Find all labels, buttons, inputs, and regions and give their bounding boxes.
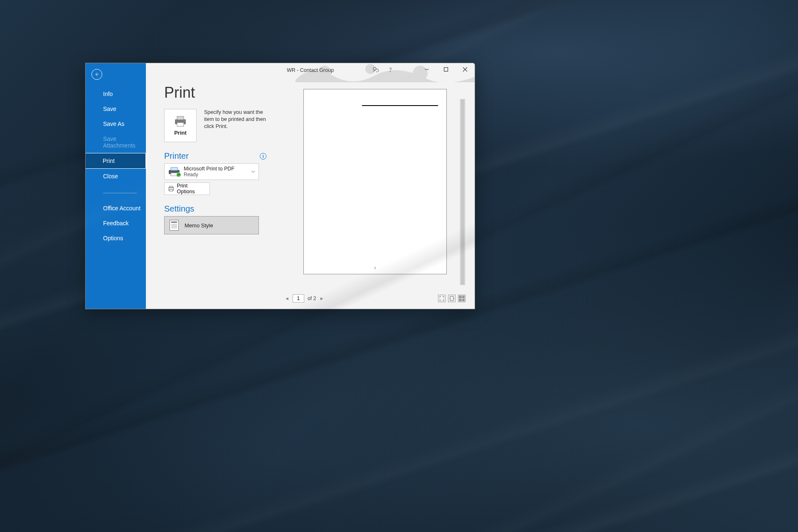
printer-info-icon[interactable]: i: [260, 153, 266, 160]
print-preview-pane: 1 ◄ of 2 ►: [271, 77, 475, 309]
page-heading: Print: [164, 84, 266, 101]
svg-rect-16: [450, 296, 453, 300]
print-options-button[interactable]: Print Options: [164, 182, 210, 195]
sidebar-item-feedback[interactable]: Feedback: [86, 216, 146, 231]
preview-pager: ◄ of 2 ►: [283, 293, 467, 304]
sidebar-item-save[interactable]: Save: [86, 101, 146, 116]
settings-section-heading: Settings: [164, 204, 194, 214]
main-area: WR - Contact Group: [146, 63, 475, 309]
svg-rect-7: [177, 116, 184, 120]
next-page-button[interactable]: ►: [320, 296, 324, 301]
help-icon[interactable]: [386, 65, 395, 74]
print-button-label: Print: [174, 130, 187, 136]
sidebar-item-close[interactable]: Close: [86, 169, 146, 184]
sidebar-item-info[interactable]: Info: [86, 86, 146, 101]
svg-rect-8: [177, 123, 184, 126]
maximize-button[interactable]: [436, 63, 456, 76]
preview-page-footer: 1: [304, 266, 446, 270]
print-settings-pane: Print Print Specify how you want the i: [146, 77, 271, 309]
svg-point-9: [184, 120, 185, 121]
page-count-label: of 2: [308, 296, 316, 301]
svg-rect-11: [171, 167, 177, 170]
zoom-page-button[interactable]: [448, 295, 456, 302]
minimize-button[interactable]: [417, 63, 436, 76]
backstage-sidebar: Info Save Save As Save Attachments Print…: [86, 63, 146, 309]
print-style-label: Memo Style: [185, 222, 213, 229]
memo-style-icon: [170, 220, 179, 231]
preview-header-rule: [362, 105, 438, 106]
prev-page-button[interactable]: ◄: [285, 296, 289, 301]
print-style-dropdown[interactable]: Memo Style: [164, 216, 259, 234]
printer-device-icon: [168, 167, 180, 177]
printer-dropdown[interactable]: Microsoft Print to PDF Ready: [164, 163, 259, 180]
svg-rect-5: [444, 68, 448, 71]
coming-soon-icon[interactable]: [371, 65, 380, 74]
printer-ready-badge-icon: [176, 172, 181, 177]
svg-rect-15: [170, 190, 173, 191]
sidebar-item-save-as[interactable]: Save As: [86, 116, 146, 131]
preview-page: 1: [303, 89, 447, 274]
sidebar-item-save-attachments: Save Attachments: [86, 131, 146, 153]
current-page-input[interactable]: [293, 294, 304, 303]
sidebar-item-options[interactable]: Options: [86, 231, 146, 246]
printer-section-heading: Printer: [164, 151, 189, 161]
printer-status: Ready: [184, 172, 234, 177]
print-description: Specify how you want the item to be prin…: [204, 109, 266, 130]
print-options-label: Print Options: [177, 183, 206, 195]
svg-point-3: [373, 67, 376, 70]
arrow-left-icon: [94, 71, 100, 77]
sidebar-item-print[interactable]: Print: [86, 153, 146, 169]
print-options-icon: [168, 185, 175, 192]
chevron-down-icon: [251, 170, 255, 174]
window-controls: [417, 63, 475, 76]
printer-name: Microsoft Print to PDF: [184, 166, 234, 172]
sidebar-item-office-account[interactable]: Office Account: [86, 201, 146, 216]
print-button[interactable]: Print: [164, 109, 197, 142]
multi-page-button[interactable]: [458, 295, 466, 302]
desktop-wallpaper: Info Save Save As Save Attachments Print…: [0, 0, 798, 532]
preview-scrollbar[interactable]: [460, 99, 466, 285]
close-button[interactable]: [456, 63, 475, 76]
outlook-backstage-window: Info Save Save As Save Attachments Print…: [85, 63, 475, 309]
back-button[interactable]: [91, 69, 102, 80]
sidebar-divider: [103, 193, 137, 193]
title-bar: WR - Contact Group: [146, 63, 475, 77]
zoom-fit-button[interactable]: [438, 295, 446, 302]
printer-icon: [173, 116, 187, 127]
svg-point-4: [390, 71, 390, 71]
